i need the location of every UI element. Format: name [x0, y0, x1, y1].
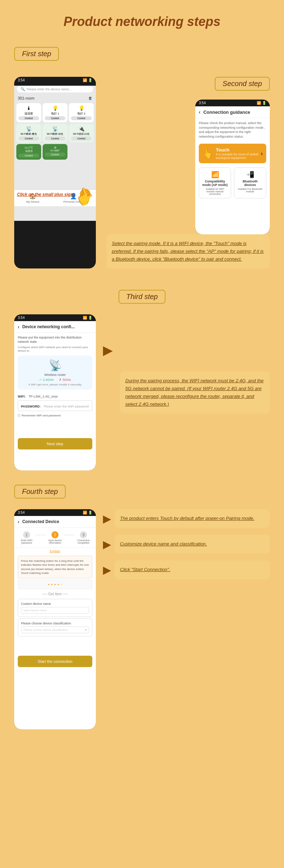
control-btn[interactable]: Control — [45, 153, 65, 156]
device-name: Wi-Fi断桥-叠色 — [18, 132, 39, 136]
room-label: 301-room — [18, 96, 34, 100]
control-btn[interactable]: Control — [71, 116, 92, 120]
remember-label: Remember WiFi and password — [22, 414, 61, 417]
third-step-section: Third step 3:54 📶 🔋 ‹ Device networking … — [0, 283, 284, 478]
signal-2: 📶 🔋 — [257, 101, 266, 105]
ap-mode-card[interactable]: 📶 Compatibility mode (AP mode) Suitable … — [199, 167, 231, 198]
step-indicators: 1 Enter WiFi password 2 Input device inf… — [14, 528, 96, 548]
list-item: 💡 电灯 2 Control — [69, 103, 94, 122]
device-icon: 📡 — [45, 126, 65, 132]
list-item: 🔌 Wi-Fi插排-白色 Control — [69, 124, 94, 143]
device-name: Wi-Fi断桥-绿色 — [45, 132, 65, 136]
control-btn[interactable]: Control — [71, 137, 92, 140]
search-placeholder: Please enter the device name... — [27, 87, 72, 91]
control-btn[interactable]: Control — [18, 154, 39, 158]
step-label-2: Input device information — [46, 539, 64, 544]
bt-title: Bluetooth devices — [237, 180, 263, 187]
explain-link[interactable]: Explain — [14, 548, 96, 554]
screen-desc-3: Please put the equipment into the distri… — [14, 333, 96, 345]
start-connection-button[interactable]: Start the connection — [18, 656, 92, 667]
time-1: 3:54 — [18, 78, 24, 82]
router-visual: 📡 Wireless router ✓ 2.4GHz ✗ 5GHz If WiF… — [18, 356, 92, 390]
fourth-note-3: Click "Start Connection". — [115, 560, 270, 579]
blink-dot-1: ● — [48, 583, 50, 586]
wifi-label: WiFi: — [18, 395, 26, 398]
second-step-right: Second step 3:54 📶 🔋 ‹ Connection guidan… — [106, 77, 270, 268]
fourth-step-content: 3:54 📶 🔋 ‹ Connected Device 1 Enter WiFi… — [14, 509, 270, 729]
wifi-options: ✓ 2.4GHz ✗ 5GHz — [21, 378, 89, 382]
fourth-step-notes: ▶ The product enters Touch by default af… — [103, 509, 270, 579]
arrow-icon-1: ▶ — [103, 512, 111, 525]
blink-dot-5: ● — [60, 583, 62, 586]
ap-mode-title: Compatibility mode (AP mode) — [202, 180, 228, 187]
phone-mockup-2: 3:54 📶 🔋 ‹ Connection guidance Please ch… — [195, 100, 270, 234]
classify-label: Please choose device classification — [21, 622, 89, 625]
status-bar-4: 3:54 📶 🔋 — [14, 509, 96, 516]
blink-dot-3: ● — [54, 583, 56, 586]
device-icon: 🔌 — [71, 126, 92, 132]
step-line — [36, 535, 46, 535]
connected-screen: ‹ Connected Device 1 Enter WiFi password… — [14, 516, 96, 729]
list-item: 26.0℃ 温度湿 Control — [16, 144, 41, 160]
connection-screen: ‹ Connection guidance Please check the p… — [195, 106, 270, 234]
signal-1: 📶 🔋 — [83, 78, 92, 82]
room-header: 301-room 🗑 — [14, 95, 96, 102]
chevron-down-icon: ▾ — [85, 628, 87, 632]
device-name: 温度湿 — [18, 149, 39, 153]
step-label-3: Connection completed — [75, 539, 92, 544]
screen-header-4: ‹ Connected Device — [14, 516, 96, 528]
back-icon-3[interactable]: ‹ — [18, 324, 20, 330]
device-net-screen: ‹ Device networking confi... Please put … — [14, 321, 96, 470]
conn-header: ‹ Connection guidance — [195, 106, 270, 118]
search-icon: 🔍 — [21, 87, 25, 91]
device-name-input[interactable]: Input device name — [21, 607, 89, 614]
control-btn[interactable]: Control — [18, 137, 39, 140]
device-icon: 💡 — [71, 105, 92, 111]
third-step-content: 3:54 📶 🔋 ‹ Device networking confi... Pl… — [14, 314, 270, 470]
password-input[interactable]: PASSWORD: Please enter the WiFi password — [18, 400, 92, 411]
touch-card[interactable]: 👆 Touch It is suitable for most of sinli… — [199, 144, 266, 163]
wifi-label-row: WiFi: TP-LINK_2.4G_xinyi — [14, 391, 96, 399]
screen-sub-3: Configure which WiFi network you need to… — [14, 346, 96, 355]
classify-select[interactable]: Please choose device classification ▾ — [21, 627, 89, 633]
router-label: Wireless router — [21, 373, 89, 377]
list-item: 📡 Wi-Fi断桥-绿色 Control — [43, 124, 67, 143]
step-circle-3: 3 — [80, 531, 87, 538]
remember-check[interactable]: ☐ Remember WiFi and password — [14, 412, 96, 419]
device-name: Wi-Fi插排-白色 — [71, 132, 92, 136]
arrow-icon-3: ▶ — [103, 564, 111, 576]
next-step-button[interactable]: Next step — [18, 438, 92, 449]
back-icon-4[interactable]: ‹ — [18, 519, 20, 524]
bt-mode-card[interactable]: 📲 Bluetooth devices Suitable For Bluetoo… — [234, 167, 266, 198]
screen-title-4: Connected Device — [22, 519, 59, 524]
step-circle-2: 2 — [51, 531, 59, 538]
phone-screen-1: 🔍 Please enter the device name... 301-ro… — [14, 86, 96, 221]
time-2: 3:54 — [199, 101, 206, 105]
indicator-visual: ● ● ● ● ● — [18, 580, 92, 589]
wifi-modify-note: If WiFi get error, please modify it manu… — [21, 383, 89, 386]
wifi-icon: 📶 — [202, 171, 228, 179]
control-btn[interactable]: Control — [45, 116, 65, 120]
search-bar[interactable]: 🔍 Please enter the device name... — [17, 86, 93, 92]
note-row-3: ▶ Click "Start Connection". — [103, 560, 270, 579]
wifi-24-label: ✓ 2.4GHz — [39, 378, 54, 382]
phone-mockup-3: 3:54 📶 🔋 ‹ Device networking confi... Pl… — [14, 314, 96, 470]
device-name: 电灯 2 — [71, 112, 92, 116]
blink-dot-4: ● — [57, 583, 59, 586]
third-step-label: Third step — [119, 290, 166, 304]
list-item: 📡 Wi-Fi断桥-叠色 Control — [16, 124, 41, 143]
control-btn[interactable]: Control — [45, 137, 65, 140]
back-icon[interactable]: ‹ — [199, 109, 201, 115]
trash-icon: 🗑 — [88, 96, 92, 100]
click-annotation-text: Click on the small plus sign — [17, 192, 73, 197]
control-btn[interactable]: Control — [18, 116, 39, 120]
phone-mockup-4: 3:54 📶 🔋 ‹ Connected Device 1 Enter WiFi… — [14, 509, 96, 729]
touch-card-left: 👆 Touch It is suitable for most of sinli… — [202, 147, 261, 160]
fourth-step-section: Fourth step 3:54 📶 🔋 ‹ Connected Device … — [0, 478, 284, 736]
second-step-note: Select the pairing mode. If it is a WIFI… — [106, 234, 270, 268]
phone-mockup-1: 3:54 📶 🔋 🔍 Please enter the device name.… — [14, 77, 96, 268]
third-step-note: During the pairing process, the WIFI net… — [120, 372, 270, 414]
first-step-section: First step — [0, 40, 284, 73]
touch-info: Touch It is suitable for most of sinlink… — [216, 147, 261, 160]
list-item: ⚙ XY-WBT Control — [43, 144, 67, 160]
